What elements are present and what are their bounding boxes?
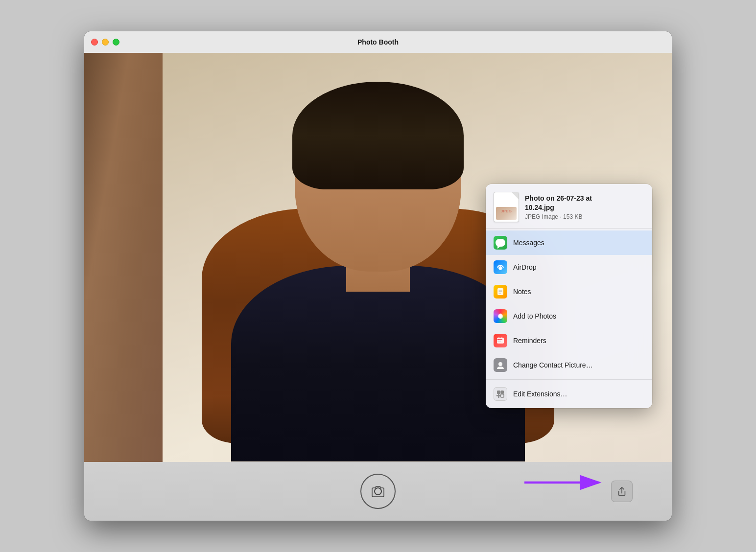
menu-item-contact[interactable]: Change Contact Picture… <box>486 353 652 377</box>
share-icon <box>616 486 627 497</box>
menu-item-extensions[interactable]: Edit Extensions… <box>486 382 652 406</box>
svg-rect-21 <box>501 394 504 398</box>
close-button[interactable] <box>91 39 98 46</box>
contact-icon <box>494 358 507 372</box>
menu-divider <box>486 379 652 380</box>
share-menu-items: Messages AirDrop <box>486 229 652 408</box>
menu-item-reminders[interactable]: Reminders <box>486 328 652 353</box>
file-name: Photo on 26-07-23 at10.24.jpg <box>525 194 644 211</box>
window-title: Photo Booth <box>357 38 399 46</box>
airdrop-icon <box>494 260 507 274</box>
extensions-label: Edit Extensions… <box>513 390 567 398</box>
message-bubble-icon <box>496 239 505 247</box>
file-icon-preview <box>496 207 517 220</box>
menu-item-messages[interactable]: Messages <box>486 230 652 255</box>
arrow-svg <box>520 468 608 497</box>
messages-label: Messages <box>513 239 544 247</box>
notes-label: Notes <box>513 288 531 296</box>
menu-item-photos[interactable]: Add to Photos <box>486 304 652 328</box>
bottom-toolbar <box>84 462 672 521</box>
reminders-label: Reminders <box>513 337 546 345</box>
photo-furniture <box>84 53 163 462</box>
camera-icon <box>369 483 387 500</box>
minimize-button[interactable] <box>102 39 109 46</box>
file-icon: JPEG <box>494 192 519 222</box>
maximize-button[interactable] <box>113 39 119 46</box>
menu-item-airdrop[interactable]: AirDrop <box>486 255 652 279</box>
photo-person-body <box>231 266 525 461</box>
photos-icon <box>494 309 507 323</box>
file-header: JPEG Photo on 26-07-23 at10.24.jpg JPEG … <box>486 184 652 229</box>
messages-icon <box>494 236 507 250</box>
svg-point-24 <box>375 488 381 495</box>
extensions-svg <box>496 390 505 398</box>
notes-svg <box>496 287 505 296</box>
photo-booth-window: Photo Booth JPEG Photo on 26-07-23 at10.… <box>84 31 672 521</box>
arrow-indicator <box>520 468 608 497</box>
svg-rect-20 <box>501 391 504 394</box>
file-info: Photo on 26-07-23 at10.24.jpg JPEG Image… <box>525 194 644 220</box>
notes-icon <box>494 285 507 299</box>
airdrop-label: AirDrop <box>513 263 536 271</box>
svg-point-15 <box>497 341 498 342</box>
photos-label: Add to Photos <box>513 312 556 320</box>
file-meta: JPEG Image · 153 KB <box>525 213 644 220</box>
reminders-icon <box>494 334 507 347</box>
traffic-lights <box>91 39 119 46</box>
photo-area: JPEG Photo on 26-07-23 at10.24.jpg JPEG … <box>84 53 672 462</box>
extensions-icon <box>494 387 507 401</box>
svg-point-14 <box>497 339 498 340</box>
airdrop-svg <box>496 262 505 272</box>
reminders-svg <box>496 336 505 345</box>
share-button[interactable] <box>611 481 633 502</box>
contact-label: Change Contact Picture… <box>513 361 593 369</box>
photo-person-hair <box>292 82 464 189</box>
menu-item-notes[interactable]: Notes <box>486 279 652 304</box>
photos-svg <box>496 312 505 321</box>
share-panel: JPEG Photo on 26-07-23 at10.24.jpg JPEG … <box>486 184 652 408</box>
file-icon-corner <box>512 192 519 199</box>
svg-point-18 <box>498 362 502 366</box>
capture-button[interactable] <box>360 474 396 509</box>
titlebar: Photo Booth <box>84 31 672 53</box>
contact-svg <box>496 361 505 369</box>
